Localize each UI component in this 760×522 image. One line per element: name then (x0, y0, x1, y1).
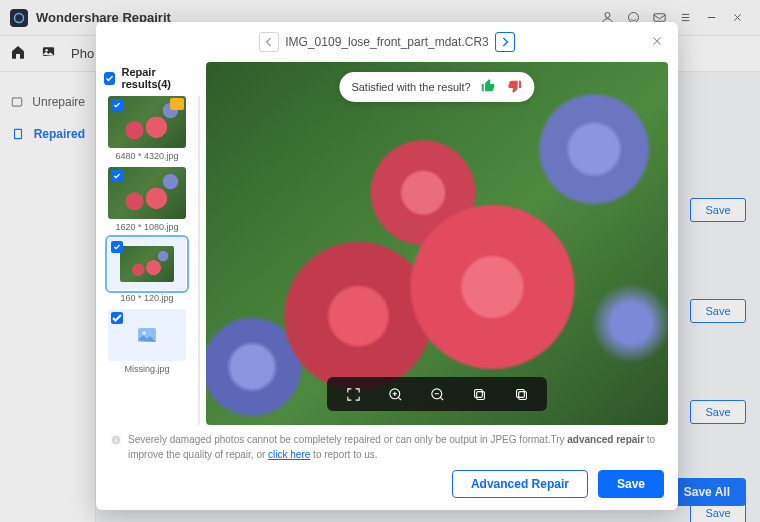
modal-footer: Severely damaged photos cannot be comple… (96, 425, 678, 510)
thumb-checkbox[interactable] (111, 241, 123, 253)
bg-save-button-1[interactable]: Save (690, 198, 746, 222)
thumb-checkbox[interactable] (111, 170, 123, 182)
results-header: Repair results(4) (102, 62, 200, 96)
close-modal-button[interactable] (646, 30, 668, 52)
next-file-button[interactable] (495, 32, 515, 52)
select-all-checkbox[interactable] (104, 72, 115, 85)
svg-point-5 (45, 49, 48, 52)
thumbnail-item[interactable]: 6480 * 4320.jpg (102, 96, 192, 161)
zoom-in-icon[interactable] (385, 384, 405, 404)
thumbnail-image (108, 167, 186, 219)
thumb-checkbox[interactable] (111, 312, 123, 324)
svg-rect-12 (476, 391, 484, 399)
svg-rect-14 (518, 391, 526, 399)
svg-point-0 (15, 13, 24, 22)
thumbnail-image (108, 96, 186, 148)
footer-tip: Severely damaged photos cannot be comple… (110, 433, 664, 470)
svg-rect-7 (14, 129, 21, 138)
thumbnail-list: 6480 * 4320.jpg 1620 * 1080.jpg 160 * 12… (102, 96, 200, 425)
image-broken-icon (10, 94, 24, 110)
minimize-icon[interactable] (698, 5, 724, 31)
preview-modal: IMG_0109_lose_front_part_mdat.CR3 Repair… (96, 22, 678, 510)
thumb-checkbox[interactable] (111, 99, 123, 111)
thumbnail-inner-image (120, 246, 174, 282)
feedback-prompt-label: Satisfied with the result? (351, 81, 470, 93)
image-toolbar (327, 377, 547, 411)
missing-image-icon (133, 323, 161, 347)
tip-text-3: to report to us. (310, 449, 377, 460)
footer-buttons: Advanced Repair Save (110, 470, 664, 498)
results-header-label: Repair results(4) (121, 66, 198, 90)
picture-icon[interactable] (40, 44, 57, 63)
thumbnail-caption: 1620 * 1080.jpg (115, 222, 178, 232)
tip-text-1: Severely damaged photos cannot be comple… (128, 434, 567, 445)
filename-label: IMG_0109_lose_front_part_mdat.CR3 (285, 35, 488, 49)
info-icon (110, 434, 122, 446)
ai-badge-icon (170, 98, 184, 110)
thumbnail-caption: 6480 * 4320.jpg (115, 151, 178, 161)
thumbnail-image (108, 309, 186, 361)
svg-point-9 (142, 331, 146, 335)
save-all-button[interactable]: Save All (668, 478, 746, 506)
svg-rect-3 (653, 14, 664, 22)
zoom-out-icon[interactable] (427, 384, 447, 404)
save-button[interactable]: Save (598, 470, 664, 498)
preview-pane: Satisfied with the result? (206, 62, 668, 425)
thumbnail-caption: 160 * 120.jpg (120, 293, 173, 303)
sidebar-item-label: Unrepaire (32, 95, 85, 109)
bg-save-button-2[interactable]: Save (690, 299, 746, 323)
thumbnail-item[interactable]: 160 * 120.jpg (102, 238, 192, 303)
thumbnail-image (108, 238, 186, 290)
filename-bar: IMG_0109_lose_front_part_mdat.CR3 (259, 32, 514, 52)
tip-link[interactable]: click here (268, 449, 310, 460)
copy-icon[interactable] (469, 384, 489, 404)
sidebar-item-label: Repaired (34, 127, 85, 141)
thumbs-down-button[interactable] (507, 78, 523, 96)
sidebar: Unrepaire Repaired (0, 72, 96, 522)
svg-rect-17 (116, 439, 117, 443)
app-logo (10, 9, 28, 27)
document-icon (10, 126, 26, 142)
tip-bold: advanced repair (567, 434, 644, 445)
svg-rect-13 (474, 389, 482, 397)
svg-point-1 (605, 13, 610, 18)
thumbs-up-button[interactable] (481, 78, 497, 96)
svg-rect-18 (116, 437, 117, 438)
prev-file-button[interactable] (259, 32, 279, 52)
thumbnail-item[interactable]: 1620 * 1080.jpg (102, 167, 192, 232)
fullscreen-icon[interactable] (343, 384, 363, 404)
copy-icon-alt[interactable] (511, 384, 531, 404)
svg-rect-15 (516, 389, 524, 397)
sidebar-item-unrepaired[interactable]: Unrepaire (0, 86, 95, 118)
home-icon[interactable] (10, 44, 26, 64)
results-column: Repair results(4) 6480 * 4320.jpg 1620 *… (102, 62, 200, 425)
feedback-prompt: Satisfied with the result? (339, 72, 534, 102)
close-window-icon[interactable] (724, 5, 750, 31)
svg-rect-6 (12, 98, 21, 106)
toolbar-tab-label: Pho (71, 46, 94, 61)
preview-image (206, 62, 668, 425)
advanced-repair-button[interactable]: Advanced Repair (452, 470, 588, 498)
sidebar-item-repaired[interactable]: Repaired (0, 118, 95, 150)
bg-save-button-3[interactable]: Save (690, 400, 746, 424)
thumbnail-caption: Missing.jpg (124, 364, 169, 374)
modal-header: IMG_0109_lose_front_part_mdat.CR3 (96, 22, 678, 62)
modal-body: Repair results(4) 6480 * 4320.jpg 1620 *… (96, 62, 678, 425)
thumbnail-item[interactable]: Missing.jpg (102, 309, 192, 374)
